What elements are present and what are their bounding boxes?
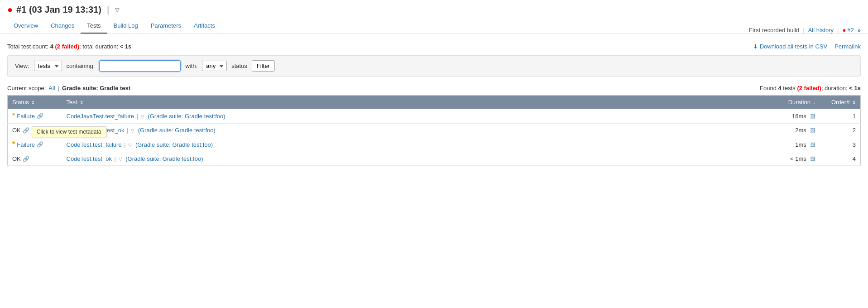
download-icon: ⬇ — [753, 43, 758, 50]
col-status[interactable]: Status ⇕ — [8, 96, 62, 109]
test-cell: CodeJavaTest.test_failure | ▽ (Gradle su… — [62, 109, 766, 124]
summary-prefix: Total test count: — [7, 43, 50, 50]
test-table: Status ⇕ Test ⇕ Duration ↓ Order# ⇕ — [7, 95, 861, 166]
col-duration[interactable]: Duration ↓ — [766, 96, 820, 109]
tab-parameters[interactable]: Parameters — [144, 19, 187, 34]
scope-suite: Gradle suite: Gradle test — [62, 85, 130, 91]
suite-link[interactable]: (Gradle suite: Gradle test:foo) — [138, 127, 216, 134]
test-name-link[interactable]: CodeTest.test_ok — [67, 155, 112, 162]
summary-failed: (2 failed) — [55, 43, 79, 50]
table-row: OK 🔗 Click to view test metadata CodeJav… — [8, 124, 861, 137]
filter-button[interactable]: Filter — [252, 60, 275, 72]
clip-icon: 🔗 — [23, 156, 29, 162]
summary-duration: < 1s — [120, 43, 132, 50]
status-cell: * Failure 🔗 — [8, 137, 62, 152]
test-cell: CodeTest.test_failure | ▽ (Gradle suite:… — [62, 137, 766, 152]
summary-actions: ⬇Download all tests in CSV Permalink — [753, 43, 861, 50]
test-dropdown[interactable]: ▽ — [141, 114, 144, 119]
screenshot-icon[interactable]: 🖼 — [810, 113, 815, 120]
found-suffix: ; duration: — [821, 85, 849, 91]
tabs-area: Overview Changes Tests Build Log Paramet… — [7, 19, 861, 34]
status-failure: * Failure 🔗 — [12, 112, 58, 120]
status-sort-icon: ⇕ — [31, 100, 35, 105]
tab-changes[interactable]: Changes — [44, 19, 81, 34]
build-title-text: #1 (03 Jan 19 13:31) — [16, 5, 101, 15]
table-header: Status ⇕ Test ⇕ Duration ↓ Order# ⇕ — [8, 96, 861, 109]
next-build-link[interactable]: ● #2 — [842, 27, 854, 34]
clip-icon: 🔗 Click to view test metadata — [23, 127, 29, 134]
clip-icon: 🔗 — [37, 113, 43, 119]
order-cell: 4 — [820, 152, 861, 166]
next-build-error-icon: ● — [842, 27, 846, 34]
table-body: * Failure 🔗 CodeJavaTest.test_failure | … — [8, 109, 861, 166]
page-header: ● #1 (03 Jan 19 13:31) | ▽ Overview Chan… — [0, 0, 868, 34]
scope-all-link[interactable]: All — [48, 85, 55, 91]
title-separator: | — [107, 5, 110, 15]
tab-build-log[interactable]: Build Log — [107, 19, 144, 34]
scope-right: Found 4 tests (2 failed); duration: < 1s — [760, 85, 861, 91]
view-label: View: — [15, 63, 29, 69]
asterisk-icon: * — [12, 140, 15, 149]
main-content: Total test count: 4 (2 failed); total du… — [0, 34, 868, 171]
failure-status-link[interactable]: Failure — [17, 113, 35, 120]
summary-row: Total test count: 4 (2 failed); total du… — [7, 39, 861, 55]
table-row: * Failure 🔗 CodeTest.test_failure | ▽ (G… — [8, 137, 861, 152]
first-recorded-text: First recorded build — [749, 27, 799, 34]
status-cell: OK 🔗 — [8, 152, 62, 166]
test-sort-icon: ⇕ — [80, 100, 83, 105]
title-dropdown[interactable]: ▽ — [115, 7, 119, 13]
found-duration: < 1s — [849, 85, 861, 91]
containing-label: containing: — [67, 63, 95, 69]
tab-tests[interactable]: Tests — [81, 19, 107, 34]
order-cell: 1 — [820, 109, 861, 124]
duration-cell: < 1ms 🖼 — [766, 152, 820, 166]
filter-row: View: tests containing: with: any status… — [7, 55, 861, 77]
duration-cell: 2ms 🖼 — [766, 124, 820, 137]
col-test[interactable]: Test ⇕ — [62, 96, 766, 109]
suite-link[interactable]: (Gradle suite: Gradle test:foo) — [125, 155, 203, 162]
screenshot-icon[interactable]: 🖼 — [810, 142, 815, 148]
suite-link[interactable]: (Gradle suite: Gradle test:foo) — [135, 141, 213, 148]
order-cell: 2 — [820, 124, 861, 137]
containing-input[interactable] — [99, 60, 181, 72]
order-sort-icon: ⇕ — [852, 100, 856, 105]
build-title: ● #1 (03 Jan 19 13:31) | ▽ — [7, 5, 861, 19]
scope-label: Current scope: — [7, 85, 46, 91]
test-cell: CodeJavaTest.test_ok | ▽ (Gradle suite: … — [62, 124, 766, 137]
status-failure: * Failure 🔗 — [12, 140, 58, 149]
all-history-link[interactable]: All history — [808, 27, 834, 34]
order-cell: 3 — [820, 137, 861, 152]
nav-sep2: | — [837, 27, 839, 34]
download-csv-link[interactable]: ⬇Download all tests in CSV — [753, 43, 828, 50]
found-count: 4 — [778, 85, 782, 91]
view-select[interactable]: tests — [34, 61, 62, 71]
duration-cell: 16ms 🖼 — [766, 109, 820, 124]
test-name-link[interactable]: CodeJavaTest.test_failure — [67, 113, 134, 120]
duration-sort-icon: ↓ — [813, 100, 815, 105]
test-dropdown[interactable]: ▽ — [131, 128, 134, 133]
col-order[interactable]: Order# ⇕ — [820, 96, 861, 109]
next-icon: » — [858, 27, 861, 34]
permalink-link[interactable]: Permalink — [834, 43, 861, 50]
tab-overview[interactable]: Overview — [7, 19, 44, 34]
failure-status-link[interactable]: Failure — [17, 141, 35, 148]
suite-link[interactable]: (Gradle suite: Gradle test:foo) — [148, 113, 225, 120]
ok-label: OK — [12, 127, 21, 134]
test-dropdown[interactable]: ▽ — [128, 143, 132, 148]
summary-mid: ; total duration: — [79, 43, 120, 50]
nav-sep1: | — [803, 27, 804, 34]
table-row: OK 🔗 CodeTest.test_ok | ▽ (Gradle suite:… — [8, 152, 861, 166]
status-cell: * Failure 🔗 — [8, 109, 62, 124]
scope-sep: | — [58, 85, 59, 91]
error-icon: ● — [7, 5, 13, 15]
duration-cell: 1ms 🖼 — [766, 137, 820, 152]
tab-artifacts[interactable]: Artifacts — [187, 19, 221, 34]
status-select[interactable]: any — [202, 61, 227, 71]
test-cell: CodeTest.test_ok | ▽ (Gradle suite: Grad… — [62, 152, 766, 166]
tooltip: Click to view test metadata — [32, 126, 106, 137]
screenshot-icon[interactable]: 🖼 — [810, 127, 815, 134]
status-cell: OK 🔗 Click to view test metadata — [8, 124, 62, 137]
test-dropdown[interactable]: ▽ — [119, 157, 122, 162]
screenshot-icon[interactable]: 🖼 — [810, 156, 815, 162]
test-name-link[interactable]: CodeTest.test_failure — [67, 141, 122, 148]
